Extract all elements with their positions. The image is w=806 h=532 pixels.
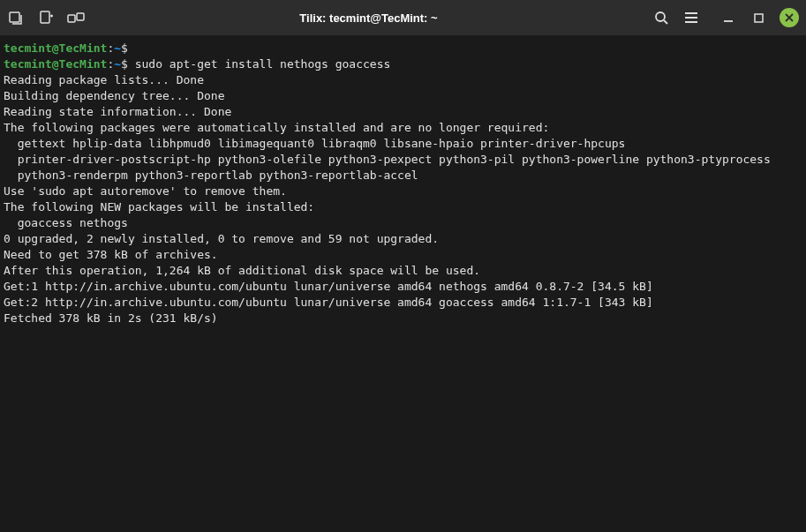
output-line: gettext hplip-data libhpmud0 libimagequa… — [4, 137, 625, 150]
titlebar[interactable]: Tilix: tecmint@TecMint: ~ — [0, 0, 806, 35]
output-line: Building dependency tree... Done — [4, 89, 224, 102]
output-line: goaccess nethogs — [4, 216, 128, 229]
output-line: Reading state information... Done — [4, 105, 231, 118]
close-button[interactable] — [780, 8, 799, 27]
svg-rect-3 — [77, 13, 84, 20]
new-session-icon[interactable] — [7, 9, 25, 26]
prompt-user-host: tecmint@TecMint — [4, 41, 107, 55]
search-icon[interactable] — [652, 9, 670, 26]
output-line: The following packages were automaticall… — [4, 121, 549, 134]
output-line: Reading package lists... Done — [4, 73, 204, 86]
prompt-line: tecmint@TecMint:~$ — [4, 41, 128, 55]
command-text: sudo apt-get install nethogs goaccess — [128, 57, 390, 71]
minimize-button[interactable] — [719, 9, 737, 26]
titlebar-right — [652, 8, 799, 27]
prompt-line: tecmint@TecMint:~$ sudo apt-get install … — [4, 57, 390, 71]
svg-rect-2 — [68, 15, 75, 22]
output-line: Need to get 378 kB of archives. — [4, 248, 218, 261]
new-terminal-icon[interactable] — [37, 9, 55, 26]
menu-icon[interactable] — [682, 9, 700, 26]
prompt-symbol: $ — [121, 41, 128, 55]
output-line: Use 'sudo apt autoremove' to remove them… — [4, 184, 287, 198]
output-line: printer-driver-postscript-hp python3-ole… — [4, 153, 771, 166]
svg-rect-1 — [41, 11, 49, 23]
prompt-path: ~ — [114, 41, 121, 55]
output-line: python3-renderpm python3-reportlab pytho… — [4, 169, 418, 182]
output-line: The following NEW packages will be insta… — [4, 200, 314, 214]
prompt-user-host: tecmint@TecMint — [4, 57, 107, 71]
svg-rect-5 — [755, 14, 763, 22]
svg-point-4 — [656, 12, 665, 21]
prompt-path: ~ — [114, 57, 121, 71]
prompt-symbol: $ — [121, 57, 128, 71]
terminal-window: Tilix: tecmint@TecMint: ~ — [0, 0, 806, 532]
window-controls — [719, 8, 799, 27]
output-line: Fetched 378 kB in 2s (231 kB/s) — [4, 311, 218, 325]
svg-rect-0 — [10, 12, 19, 22]
window-title: Tilix: tecmint@TecMint: ~ — [85, 11, 652, 25]
terminal-body[interactable]: tecmint@TecMint:~$ tecmint@TecMint:~$ su… — [0, 35, 806, 532]
maximize-button[interactable] — [750, 9, 767, 26]
output-line: 0 upgraded, 2 newly installed, 0 to remo… — [4, 232, 439, 245]
titlebar-left — [7, 9, 85, 26]
output-line: Get:2 http://in.archive.ubuntu.com/ubunt… — [4, 296, 653, 309]
output-line: Get:1 http://in.archive.ubuntu.com/ubunt… — [4, 280, 653, 293]
sync-input-icon[interactable] — [67, 9, 85, 26]
output-line: After this operation, 1,264 kB of additi… — [4, 264, 480, 277]
